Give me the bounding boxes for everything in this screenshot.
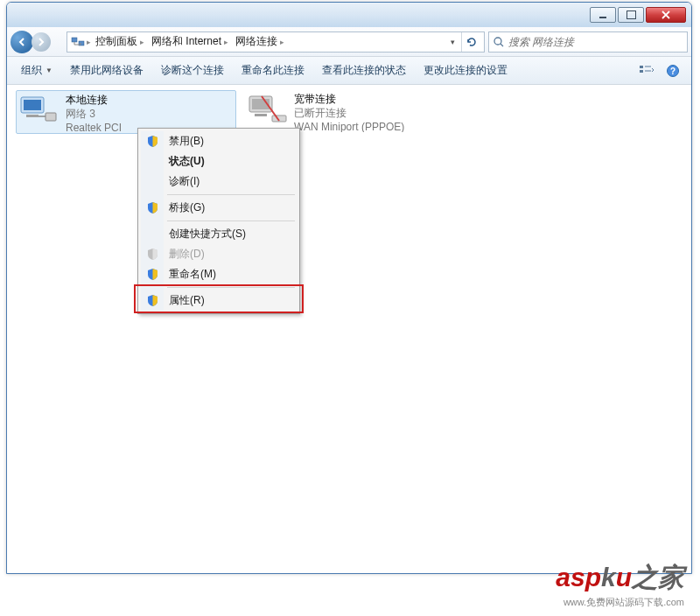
minimize-button[interactable] — [590, 7, 616, 23]
ctx-separator — [167, 287, 295, 288]
ctx-diagnose[interactable]: 诊断(I) — [141, 172, 297, 192]
change-settings-button[interactable]: 更改此连接的设置 — [416, 60, 514, 81]
close-button[interactable] — [646, 7, 686, 23]
svg-rect-16 — [255, 114, 267, 116]
connection-local-text: 本地连接 网络 3 Realtek PCI — [66, 93, 122, 131]
shield-icon — [146, 268, 159, 281]
maximize-button[interactable] — [618, 7, 644, 23]
back-button[interactable] — [10, 31, 33, 53]
organize-button[interactable]: 组织▼ — [14, 60, 60, 81]
ctx-separator — [167, 194, 295, 195]
context-menu: 禁用(B) 状态(U) 诊断(I) 桥接(G) 创建快捷方式(S) 删除(D) … — [137, 128, 300, 314]
modem-icon — [247, 92, 289, 127]
ctx-status[interactable]: 状态(U) — [141, 151, 297, 172]
ctx-shortcut[interactable]: 创建快捷方式(S) — [141, 224, 297, 244]
view-options-button[interactable] — [635, 61, 658, 80]
shield-icon — [146, 201, 159, 214]
shield-icon — [146, 248, 159, 261]
svg-rect-11 — [24, 100, 41, 110]
ctx-rename[interactable]: 重命名(M) — [141, 264, 297, 284]
svg-line-3 — [500, 44, 503, 46]
ctx-delete: 删除(D) — [141, 244, 297, 264]
connection-broadband-text: 宽带连接 已断开连接 WAN Miniport (PPPOE) — [294, 92, 404, 132]
ctx-separator — [167, 220, 295, 221]
svg-rect-13 — [46, 113, 56, 121]
help-button[interactable]: ? — [662, 61, 684, 80]
shield-icon — [146, 294, 159, 307]
view-status-button[interactable]: 查看此连接的状态 — [315, 60, 413, 81]
address-bar[interactable]: ▸ 控制面板▸ 网络和 Internet▸ 网络连接▸ ▾ — [66, 32, 485, 52]
disable-device-button[interactable]: 禁用此网络设备 — [63, 60, 150, 81]
watermark-logo: aspku之家 — [556, 560, 684, 596]
breadcrumb-network-internet[interactable]: 网络和 Internet▸ — [149, 34, 231, 49]
ctx-properties[interactable]: 属性(R) — [141, 290, 297, 311]
breadcrumb-separator: ▸ — [87, 38, 91, 46]
shield-icon — [146, 135, 159, 148]
refresh-button[interactable] — [461, 32, 480, 52]
network-icon — [71, 35, 85, 49]
watermark-tag: www.免费网站源码下载.com — [564, 596, 684, 609]
toolbar: 组织▼ 禁用此网络设备 诊断这个连接 重命名此连接 查看此连接的状态 更改此连接… — [7, 57, 691, 85]
svg-rect-0 — [72, 38, 77, 42]
svg-rect-5 — [640, 70, 643, 73]
titlebar — [7, 3, 691, 27]
breadcrumb-control-panel[interactable]: 控制面板▸ — [93, 34, 147, 49]
svg-rect-12 — [26, 115, 38, 117]
ctx-disable[interactable]: 禁用(B) — [141, 131, 297, 151]
nav-row: ▸ 控制面板▸ 网络和 Internet▸ 网络连接▸ ▾ — [7, 27, 691, 57]
address-dropdown[interactable]: ▾ — [445, 38, 459, 46]
forward-button[interactable] — [32, 32, 51, 52]
search-icon — [493, 36, 505, 48]
diagnose-button[interactable]: 诊断这个连接 — [154, 60, 231, 81]
watermark: aspku之家 www.免费网站源码下载.com — [556, 560, 684, 609]
search-input[interactable] — [508, 36, 683, 48]
svg-point-2 — [494, 38, 501, 45]
rename-connection-button[interactable]: 重命名此连接 — [234, 60, 312, 81]
content-area: 本地连接 网络 3 Realtek PCI 宽带连接 已断开连接 WAN Min… — [7, 85, 691, 573]
ethernet-icon — [18, 93, 60, 128]
ctx-bridge[interactable]: 桥接(G) — [141, 198, 297, 218]
explorer-window: ▸ 控制面板▸ 网络和 Internet▸ 网络连接▸ ▾ 组织▼ 禁用此网络设… — [6, 2, 692, 574]
breadcrumb-network-connections[interactable]: 网络连接▸ — [233, 34, 287, 49]
svg-rect-4 — [640, 66, 643, 68]
svg-text:?: ? — [670, 66, 676, 76]
nav-buttons — [10, 30, 63, 54]
search-box[interactable] — [488, 32, 688, 52]
